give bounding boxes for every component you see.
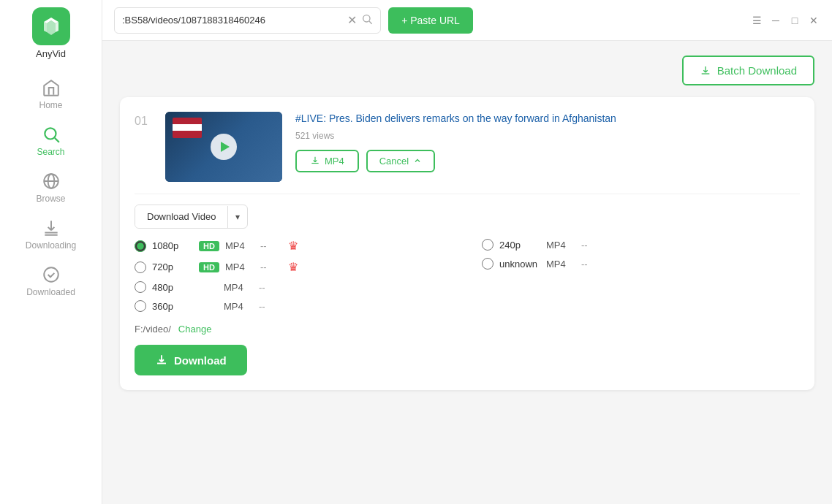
sidebar-item-downloaded[interactable]: Downloaded: [0, 258, 102, 305]
maximize-icon[interactable]: □: [788, 14, 801, 27]
quality-row-480p: 480p MP4 --: [135, 281, 453, 293]
url-input-wrap: ✕: [114, 7, 381, 34]
play-triangle-icon: [221, 142, 230, 152]
svg-point-0: [45, 128, 56, 139]
video-title: #LIVE: Pres. Biden delivers remarks on t…: [295, 112, 800, 126]
quality-size-720p: --: [260, 261, 282, 272]
url-clear-icon[interactable]: ✕: [347, 15, 357, 26]
quality-size-1080p: --: [260, 240, 282, 251]
close-icon[interactable]: ✕: [807, 14, 820, 27]
batch-download-icon: [700, 65, 711, 77]
mp4-button[interactable]: MP4: [295, 150, 359, 172]
main-area: ✕ + Paste URL ☰ ─ □ ✕ B: [102, 0, 832, 504]
hd-badge-720p: HD: [199, 262, 219, 272]
chevron-up-icon: [413, 156, 422, 165]
quality-radio-240p[interactable]: [482, 239, 493, 251]
sidebar-item-home[interactable]: Home: [0, 71, 102, 118]
quality-format-unknown: MP4: [546, 259, 575, 270]
crown-icon-1080p: ♛: [288, 239, 298, 253]
sidebar-item-search-label: Search: [37, 147, 64, 157]
svg-line-1: [54, 138, 58, 142]
sidebar-item-downloaded-label: Downloaded: [26, 287, 75, 297]
quality-radio-480p[interactable]: [135, 281, 146, 293]
sidebar-item-home-label: Home: [39, 100, 62, 110]
svg-point-5: [44, 267, 58, 282]
download-icon: [155, 354, 168, 367]
menu-icon[interactable]: ☰: [750, 14, 763, 27]
dropdown-arrow-icon[interactable]: ▾: [227, 206, 247, 228]
video-info: #LIVE: Pres. Biden delivers remarks on t…: [295, 112, 800, 172]
quality-size-240p: --: [581, 240, 603, 251]
quality-label-1080p: 1080p: [152, 240, 193, 251]
window-controls: ☰ ─ □ ✕: [750, 14, 820, 27]
batch-download-label: Batch Download: [717, 64, 797, 77]
quality-size-360p: --: [259, 301, 281, 312]
video-card: 01 #LIVE: Pres. Biden delivers remarks o…: [120, 97, 814, 390]
quality-label-unknown: unknown: [499, 259, 540, 270]
quality-label-360p: 360p: [152, 301, 193, 312]
sidebar-item-downloading[interactable]: Downloading: [0, 211, 102, 258]
minimize-icon[interactable]: ─: [769, 14, 782, 27]
app-name: AnyVid: [36, 48, 66, 59]
quality-row-720p: 720p HD MP4 -- ♛: [135, 260, 453, 274]
video-thumbnail[interactable]: [165, 112, 282, 182]
quality-format-720p: MP4: [225, 261, 254, 272]
download-btn-label: Download: [174, 354, 227, 367]
video-actions: MP4 Cancel: [295, 150, 800, 172]
quality-radio-360p[interactable]: [135, 300, 146, 312]
crown-icon-720p: ♛: [288, 260, 298, 274]
sidebar-item-downloading-label: Downloading: [26, 240, 76, 251]
url-search-icon: [361, 13, 373, 28]
content-area: Batch Download 01 #LIVE: Pres. Biden del…: [102, 41, 832, 504]
downloaded-icon: [42, 265, 61, 284]
quality-label-240p: 240p: [499, 240, 540, 251]
downloading-icon: [42, 218, 61, 237]
mp4-download-icon: [310, 156, 320, 166]
svg-line-7: [369, 21, 372, 24]
quality-row-360p: 360p MP4 --: [135, 300, 453, 312]
batch-download-button[interactable]: Batch Download: [682, 56, 814, 85]
download-type-label: Download Video: [135, 205, 227, 228]
mp4-label: MP4: [325, 156, 344, 167]
sidebar-item-browse[interactable]: Browse: [0, 164, 102, 211]
quality-format-480p: MP4: [224, 282, 253, 293]
video-header: 01 #LIVE: Pres. Biden delivers remarks o…: [135, 112, 800, 182]
quality-row-240p: 240p MP4 --: [482, 239, 800, 251]
quality-label-720p: 720p: [152, 261, 193, 272]
video-number: 01: [135, 112, 152, 128]
cancel-button[interactable]: Cancel: [366, 150, 435, 172]
video-views: 521 views: [295, 131, 800, 141]
download-button[interactable]: Download: [135, 345, 247, 375]
quality-radio-720p[interactable]: [135, 261, 146, 273]
quality-format-1080p: MP4: [225, 240, 254, 251]
quality-format-360p: MP4: [224, 301, 253, 312]
quality-label-480p: 480p: [152, 282, 193, 293]
home-icon: [42, 78, 61, 97]
cancel-label: Cancel: [379, 156, 409, 167]
url-input[interactable]: [122, 15, 343, 26]
sidebar-item-browse-label: Browse: [36, 194, 65, 204]
quality-radio-1080p[interactable]: [135, 240, 146, 252]
quality-size-480p: --: [259, 282, 281, 293]
quality-size-unknown: --: [581, 259, 603, 270]
hd-badge-1080p: HD: [199, 241, 219, 251]
change-path-link[interactable]: Change: [178, 324, 212, 335]
svg-point-6: [363, 15, 370, 21]
titlebar: ✕ + Paste URL ☰ ─ □ ✕: [102, 0, 832, 41]
play-button[interactable]: [211, 134, 237, 160]
sidebar-item-search[interactable]: Search: [0, 118, 102, 164]
sidebar: AnyVid Home Search Browse Downloading: [0, 0, 102, 504]
quality-radio-unknown[interactable]: [482, 258, 493, 270]
app-logo: [32, 7, 70, 45]
quality-format-240p: MP4: [546, 240, 575, 251]
download-type-select[interactable]: Download Video ▾: [135, 205, 248, 229]
download-path-row: F:/video/ Change: [135, 324, 800, 335]
browse-icon: [42, 172, 61, 191]
download-options: Download Video ▾ 1080p HD MP4 --: [135, 194, 800, 375]
search-icon: [42, 125, 61, 144]
download-path-label: F:/video/: [135, 324, 171, 335]
batch-download-row: Batch Download: [120, 56, 814, 85]
quality-row-unknown: unknown MP4 --: [482, 258, 800, 270]
quality-row-1080p: 1080p HD MP4 -- ♛: [135, 239, 453, 253]
paste-url-button[interactable]: + Paste URL: [388, 7, 473, 34]
